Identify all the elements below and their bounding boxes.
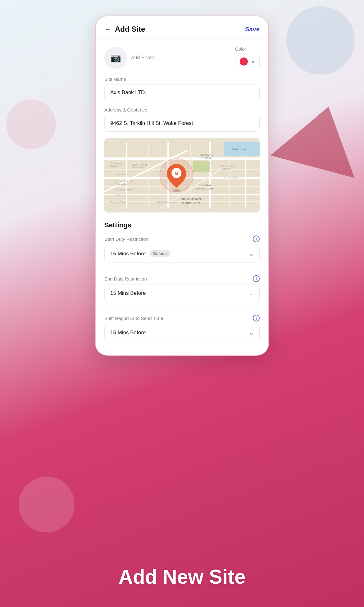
- svg-text:FINANCIAL: FINANCIAL: [199, 153, 213, 157]
- photo-area: 📷 Add Photo: [104, 47, 154, 69]
- back-button[interactable]: ←: [104, 25, 111, 33]
- bg-decoration-2: [6, 99, 56, 149]
- svg-text:M: M: [175, 171, 178, 176]
- page-title: Add Site: [115, 25, 145, 34]
- address-label: Address & Geofence: [104, 107, 260, 112]
- header-left: ← Add Site: [104, 25, 145, 34]
- phone-wrapper: ← Add Site Save 📷 Add Photo Color: [95, 16, 269, 356]
- end-duty-header: End Duty Restriction i: [104, 275, 260, 282]
- svg-text:DISTRICT: DISTRICT: [199, 157, 212, 160]
- svg-text:VANCOUVER: VANCOUVER: [196, 187, 213, 190]
- phone-frame: ← Add Site Save 📷 Add Photo Color: [95, 16, 269, 356]
- svg-text:Vancouver: Vancouver: [132, 166, 144, 169]
- color-section: Color ∨: [235, 46, 260, 69]
- svg-text:Waterfront: Waterfront: [232, 148, 246, 151]
- content-area: 📷 Add Photo Color ∨ Site Name: [96, 39, 268, 355]
- address-input[interactable]: [104, 115, 260, 132]
- end-duty-dropdown-left: 15 Mins Before: [110, 290, 146, 296]
- shift-report-row: Shift Report Auto Send Time i 15 Mins Be…: [104, 315, 260, 341]
- svg-rect-18: [193, 161, 210, 172]
- bg-decoration-1: [286, 6, 355, 75]
- svg-text:Black+Blue: Black+Blue: [116, 173, 128, 176]
- divider-1: [96, 269, 268, 269]
- divider-2: [96, 308, 268, 308]
- shift-report-dropdown-left: 15 Mins Before: [110, 330, 146, 336]
- start-duty-row: Start Duty Restriction i 15 Mins Before …: [104, 235, 260, 262]
- chevron-down-icon: ∨: [251, 58, 255, 65]
- app-header: ← Add Site Save: [96, 16, 268, 39]
- color-dropdown[interactable]: ∨: [235, 54, 260, 69]
- color-label: Color: [235, 46, 246, 52]
- svg-text:Victory Square: Victory Square: [224, 176, 240, 179]
- default-badge: Default: [149, 250, 171, 257]
- svg-text:Italian Kitchen: Italian Kitchen: [116, 194, 131, 197]
- svg-text:Gastown: Gastown: [221, 167, 231, 170]
- address-field-group: Address & Geofence: [104, 107, 260, 132]
- svg-text:Century Plaza: Century Plaza: [110, 201, 126, 203]
- camera-icon: 📷: [110, 52, 121, 63]
- end-duty-value: 15 Mins Before: [110, 290, 146, 296]
- end-duty-row: End Duty Restriction i 15 Mins Before ⌄: [104, 275, 260, 302]
- map-svg: Waterfront Scotiabank Theatre Hyatt Rege…: [104, 138, 260, 212]
- add-photo-label: Add Photo: [131, 55, 154, 61]
- svg-point-40: [173, 189, 180, 192]
- start-duty-dropdown[interactable]: 15 Mins Before Default ⌄: [104, 245, 260, 262]
- color-swatch: [240, 57, 248, 66]
- svg-text:Vancouver: Vancouver: [116, 183, 127, 185]
- bg-triangle: [271, 95, 364, 178]
- start-duty-header: Start Duty Restriction i: [104, 235, 260, 242]
- shift-report-chevron-icon: ⌄: [249, 329, 254, 336]
- end-duty-label: End Duty Restriction: [104, 276, 147, 281]
- svg-text:DOWNTOWN: DOWNTOWN: [182, 197, 201, 201]
- start-duty-label: Start Duty Restriction: [104, 236, 148, 242]
- photo-picker[interactable]: 📷: [104, 47, 127, 69]
- svg-text:CENTRAL: CENTRAL: [199, 184, 212, 187]
- bottom-label-area: Add New Site: [0, 565, 364, 588]
- start-duty-value: 15 Mins Before: [110, 251, 146, 257]
- svg-text:H-Mart Downtown: H-Mart Downtown: [157, 201, 177, 203]
- save-button[interactable]: Save: [245, 26, 260, 33]
- svg-text:Theatre: Theatre: [110, 165, 119, 167]
- svg-text:Scotiabank: Scotiabank: [110, 162, 123, 165]
- shift-report-value: 15 Mins Before: [110, 330, 146, 336]
- svg-text:VANCOUVER: VANCOUVER: [181, 201, 200, 205]
- svg-text:Victoria's Secret: Victoria's Secret: [116, 188, 134, 191]
- end-duty-dropdown[interactable]: 15 Mins Before ⌄: [104, 285, 260, 302]
- svg-text:Hyatt Regency: Hyatt Regency: [132, 163, 148, 166]
- start-duty-dropdown-left: 15 Mins Before Default: [110, 250, 171, 257]
- start-duty-chevron-icon: ⌄: [249, 250, 254, 257]
- site-name-input[interactable]: [104, 84, 260, 101]
- start-duty-info-icon[interactable]: i: [253, 235, 260, 242]
- site-name-label: Site Name: [104, 76, 260, 82]
- shift-report-dropdown[interactable]: 15 Mins Before ⌄: [104, 324, 260, 341]
- svg-text:Steam Clock: Steam Clock: [221, 165, 235, 167]
- shift-report-label: Shift Report Auto Send Time: [104, 316, 163, 321]
- settings-title: Settings: [104, 221, 260, 229]
- shift-report-info-icon[interactable]: i: [253, 315, 260, 322]
- bg-decoration-3: [19, 477, 75, 532]
- shift-report-header: Shift Report Auto Send Time i: [104, 315, 260, 322]
- svg-text:Fairmont Hotel: Fairmont Hotel: [116, 180, 132, 183]
- end-duty-info-icon[interactable]: i: [253, 275, 260, 282]
- end-duty-chevron-icon: ⌄: [249, 290, 254, 297]
- map-view[interactable]: Waterfront Scotiabank Theatre Hyatt Rege…: [104, 138, 260, 212]
- photo-color-row: 📷 Add Photo Color ∨: [104, 46, 260, 69]
- site-name-field-group: Site Name: [104, 76, 260, 101]
- bottom-label-text: Add New Site: [119, 566, 246, 588]
